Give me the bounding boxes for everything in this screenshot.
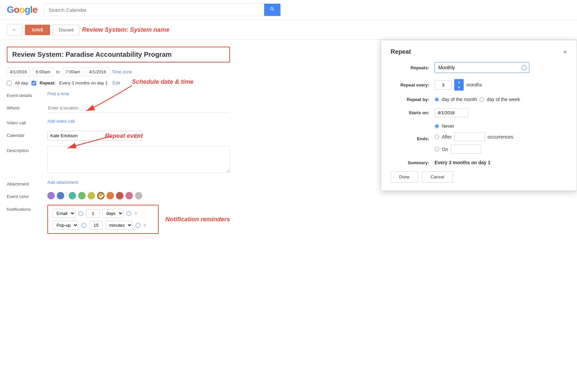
description-textarea[interactable] — [47, 146, 230, 173]
start-time-field[interactable]: 6:00am — [33, 67, 53, 76]
description-content — [47, 146, 230, 174]
notification-2-number-input[interactable] — [89, 221, 103, 229]
repeat-every-up-button[interactable]: ▲ — [455, 79, 463, 85]
find-time-link[interactable]: Find a time — [47, 91, 69, 96]
edit-repeat-link[interactable]: Edit — [113, 80, 120, 85]
repeat-by-row: Repeat by: day of the month day of the w… — [391, 97, 567, 102]
repeat-by-day-month-label: day of the month — [442, 97, 477, 102]
color-dot-gray[interactable] — [135, 192, 142, 199]
attachment-row: Attachment Add attachment — [7, 179, 230, 187]
event-title-box — [7, 47, 230, 63]
color-divider — [66, 192, 67, 199]
search-input[interactable] — [44, 4, 264, 16]
color-dot-pink[interactable] — [125, 192, 133, 199]
ends-after-radio[interactable] — [435, 134, 439, 139]
notifications-box: Email ⬡ days ⬡ × Pop-up — [47, 205, 159, 234]
color-dot-red[interactable] — [116, 192, 123, 199]
ends-after-input[interactable] — [455, 132, 485, 141]
event-color-content — [47, 192, 230, 199]
repeat-dialog: Repeat × Repeats: Monthly ⬡ Repeat every… — [381, 40, 577, 191]
color-dot-lavender[interactable] — [47, 192, 55, 199]
repeat-every-input[interactable] — [435, 80, 452, 90]
video-call-label: Video call — [7, 118, 47, 125]
spinner-2-unit-icon: ⬡ — [135, 222, 141, 229]
notification-1-close-icon[interactable]: × — [134, 211, 137, 217]
color-dot-deep-orange[interactable] — [107, 192, 114, 199]
event-details-content: Find a time — [47, 91, 230, 96]
repeat-by-day-month-radio[interactable] — [435, 97, 439, 102]
color-dot-teal[interactable] — [69, 192, 76, 199]
search-button[interactable] — [264, 4, 280, 16]
description-label: Description — [7, 146, 47, 153]
where-row: Where — [7, 103, 230, 113]
ends-never-radio[interactable] — [435, 124, 439, 128]
to-label: to — [56, 69, 60, 74]
end-date-field[interactable]: 4/1/2016 — [86, 67, 109, 76]
ends-after-unit: occurrences — [488, 134, 513, 140]
calendar-content: Kate Erickson ⬡ — [47, 131, 230, 141]
repeats-content: Monthly ⬡ — [435, 62, 567, 73]
spinner-2-icon: ⬡ — [81, 222, 87, 229]
color-dot-green[interactable] — [78, 192, 86, 199]
event-color-row: Event color — [7, 192, 230, 199]
end-time-field[interactable]: 7:00am — [63, 67, 83, 76]
calendar-select[interactable]: Kate Erickson — [47, 131, 142, 141]
add-video-call-link[interactable]: Add video call — [47, 119, 75, 124]
color-dot-orange-selected[interactable] — [97, 192, 105, 199]
calendar-label: Calendar — [7, 131, 47, 138]
repeats-select[interactable]: Monthly — [435, 63, 529, 73]
add-attachment-link[interactable]: Add attachment — [47, 180, 78, 185]
ends-content: Never After occurrences On — [435, 123, 567, 154]
summary-content: Every 3 months on day 1 — [435, 160, 567, 165]
ends-label: Ends: — [391, 136, 435, 141]
start-date-field[interactable]: 4/1/2016 — [7, 67, 30, 76]
notification-1-type-select[interactable]: Email — [53, 209, 75, 218]
notification-annotation: Notification reminders — [165, 216, 230, 223]
ends-on-radio[interactable] — [435, 147, 439, 151]
ends-on-date-input[interactable] — [451, 145, 481, 154]
repeat-every-unit: months — [466, 82, 482, 88]
cancel-button[interactable]: Cancel — [422, 171, 453, 182]
main-container: 4/1/2016 6:00am to 7:00am 4/1/2016 Time … — [0, 40, 577, 246]
discard-button[interactable]: Discard — [53, 25, 79, 35]
spinner-1-unit-icon: ⬡ — [126, 210, 132, 217]
notification-2-close-icon[interactable]: × — [143, 222, 146, 228]
allday-checkbox[interactable] — [7, 81, 11, 85]
ends-group: Never After occurrences On — [435, 123, 513, 154]
notifications-content: Email ⬡ days ⬡ × Pop-up — [47, 205, 159, 234]
dialog-title: Repeat — [391, 48, 411, 55]
repeat-every-down-button[interactable]: ▼ — [455, 85, 463, 90]
event-title-input[interactable] — [12, 51, 225, 58]
video-call-row: Video call Add video call — [7, 118, 230, 125]
repeats-row: Repeats: Monthly ⬡ — [391, 62, 567, 73]
ends-on-label: On — [442, 147, 448, 152]
ends-never-label: Never — [442, 123, 454, 129]
notification-1-unit-select[interactable]: days — [102, 209, 123, 218]
timezone-link[interactable]: Time zone — [112, 69, 132, 74]
notification-1-number-input[interactable] — [86, 209, 100, 218]
done-button[interactable]: Done — [391, 171, 418, 182]
repeat-every-row: Repeat every: ▲ ▼ months — [391, 79, 567, 91]
notification-2-unit-select[interactable]: minutes — [106, 221, 133, 230]
notification-2-type-select[interactable]: Pop-up — [53, 221, 78, 230]
notification-row-1: Email ⬡ days ⬡ × — [53, 209, 153, 218]
starts-on-input[interactable] — [435, 108, 468, 117]
ends-after-row: After occurrences — [435, 132, 513, 141]
location-input[interactable] — [47, 103, 230, 113]
repeats-label: Repeats: — [391, 65, 435, 70]
dialog-header: Repeat × — [391, 48, 567, 55]
summary-label: Summary: — [391, 160, 435, 165]
back-button[interactable]: ← — [7, 24, 22, 35]
toolbar: ← SAVE Discard Review System: System nam… — [0, 20, 577, 40]
save-button[interactable]: SAVE — [25, 25, 50, 35]
color-dot-blue[interactable] — [57, 192, 64, 199]
repeat-every-content: ▲ ▼ months — [435, 79, 567, 91]
repeat-by-day-week-radio[interactable] — [480, 97, 484, 102]
color-dot-yellow[interactable] — [88, 192, 95, 199]
ends-after-label: After — [442, 134, 452, 140]
repeat-checkbox[interactable] — [31, 81, 36, 85]
notifications-label: Notifications — [7, 205, 47, 212]
search-icon — [270, 6, 275, 12]
dialog-close-button[interactable]: × — [563, 49, 567, 55]
dialog-buttons: Done Cancel — [391, 171, 567, 182]
